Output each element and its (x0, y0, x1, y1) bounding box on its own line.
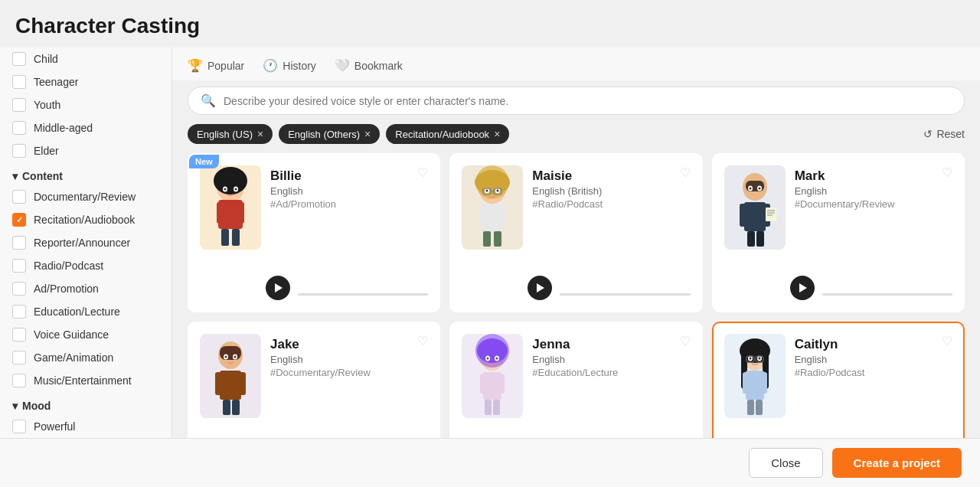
checkbox-voice-guidance[interactable] (12, 328, 26, 342)
search-input[interactable] (224, 95, 952, 107)
checkbox-reporter[interactable] (12, 236, 26, 250)
nav-bookmark[interactable]: 🤍 Bookmark (335, 58, 403, 73)
avatar-mark (724, 165, 786, 250)
progress-billie (298, 293, 428, 296)
char-lang-billie: English (270, 185, 428, 197)
char-tag-billie: #Ad/Promotion (270, 198, 428, 210)
content-section-header[interactable]: ▾ Content (12, 162, 159, 185)
play-maisie[interactable] (528, 276, 552, 300)
search-bar: 🔍 (188, 87, 965, 115)
filter-tag-recitation-remove[interactable]: × (494, 128, 500, 140)
checkbox-youth[interactable] (12, 98, 26, 112)
svg-rect-46 (223, 400, 230, 415)
svg-rect-56 (480, 374, 486, 394)
heart-caitlyn[interactable]: ♡ (942, 334, 952, 348)
heart-jake[interactable]: ♡ (417, 334, 428, 348)
checkbox-teenager[interactable] (12, 75, 26, 89)
sidebar-item-reporter[interactable]: Reporter/Announcer (12, 231, 159, 254)
sidebar-item-powerful[interactable]: Powerful (12, 415, 159, 438)
close-button[interactable]: Close (749, 448, 822, 478)
checkbox-music[interactable] (12, 374, 26, 387)
sidebar-label-music: Music/Entertainment (34, 374, 132, 387)
sidebar-item-education[interactable]: Education/Lecture (12, 300, 159, 323)
checkbox-radio[interactable] (12, 259, 26, 273)
sidebar-item-documentary[interactable]: Documentary/Review (12, 185, 159, 208)
svg-rect-32 (756, 231, 764, 247)
main-content: 🏆 Popular 🕐 History 🤍 Bookmark 🔍 English… (172, 47, 980, 481)
svg-point-1 (214, 167, 247, 194)
mood-section-arrow: ▾ (12, 400, 18, 412)
play-billie[interactable] (266, 276, 290, 300)
filter-tag-recitation-label: Recitation/Audiobook (395, 129, 489, 140)
svg-point-21 (486, 190, 488, 192)
heart-mark[interactable]: ♡ (942, 165, 952, 180)
avatar-caitlyn (724, 334, 786, 418)
checkbox-documentary[interactable] (12, 190, 26, 204)
sidebar-item-middle-aged[interactable]: Middle-aged (12, 116, 159, 139)
filter-tag-en-others-remove[interactable]: × (364, 128, 371, 140)
sidebar-item-game[interactable]: Game/Animation (12, 346, 159, 369)
sidebar-item-music[interactable]: Music/Entertainment (12, 369, 159, 392)
filter-tag-recitation[interactable]: Recitation/Audiobook × (386, 124, 509, 144)
nav-history[interactable]: 🕐 History (263, 58, 316, 73)
sidebar-label-elder: Elder (34, 145, 59, 157)
nav-popular[interactable]: 🏆 Popular (188, 58, 244, 73)
bookmark-label: Bookmark (354, 60, 403, 72)
heart-billie[interactable]: ♡ (417, 165, 428, 180)
sidebar-item-elder[interactable]: Elder (12, 139, 159, 162)
sidebar-item-radio[interactable]: Radio/Podcast (12, 254, 159, 277)
filter-tag-en-others[interactable]: English (Others) × (279, 124, 380, 144)
sidebar-label-reporter: Reporter/Announcer (34, 237, 130, 249)
sidebar-item-child[interactable]: Child (12, 47, 159, 70)
sidebar: Child Teenager Youth Middle-aged Elder ▾… (0, 47, 172, 481)
heart-maisie[interactable]: ♡ (680, 165, 691, 180)
char-info-maisie: Maisie English (British) #Radio/Podcast (532, 165, 690, 210)
sidebar-label-ad: Ad/Promotion (34, 283, 99, 295)
filter-tag-en-us-remove[interactable]: × (257, 128, 263, 140)
page-title: Character Casting (0, 0, 980, 47)
mood-section-label: Mood (22, 400, 51, 412)
checkbox-middle-aged[interactable] (12, 121, 26, 135)
bookmark-icon: 🤍 (335, 58, 350, 73)
top-nav: 🏆 Popular 🕐 History 🤍 Bookmark (172, 47, 980, 80)
svg-rect-29 (740, 204, 747, 227)
char-lang-jenna: English (532, 354, 690, 365)
filter-tag-en-us[interactable]: English (US) × (188, 124, 273, 144)
checkbox-powerful[interactable] (12, 420, 26, 433)
char-card-mark[interactable]: Mark English #Documentary/Review ♡ (712, 153, 965, 312)
svg-rect-15 (480, 205, 487, 225)
checkbox-game[interactable] (12, 351, 26, 364)
char-tag-caitlyn: #Radio/Podcast (795, 367, 952, 378)
checkbox-education[interactable] (12, 305, 26, 319)
sidebar-item-youth[interactable]: Youth (12, 93, 159, 116)
checkbox-child[interactable] (12, 52, 26, 66)
checkbox-recitation[interactable] (12, 213, 26, 227)
char-card-maisie[interactable]: Maisie English (British) #Radio/Podcast … (449, 153, 702, 312)
reset-button[interactable]: ↺ Reset (923, 128, 965, 140)
create-project-button[interactable]: Create a project (832, 448, 962, 478)
sidebar-item-ad[interactable]: Ad/Promotion (12, 277, 159, 300)
sidebar-item-teenager[interactable]: Teenager (12, 70, 159, 93)
filter-tag-en-others-label: English (Others) (288, 129, 360, 140)
sidebar-label-documentary: Documentary/Review (34, 191, 136, 203)
char-tag-mark: #Documentary/Review (795, 198, 952, 210)
char-card-billie[interactable]: New (188, 153, 440, 312)
svg-rect-6 (232, 229, 240, 246)
svg-point-9 (224, 188, 227, 191)
checkbox-ad[interactable] (12, 282, 26, 296)
svg-point-10 (235, 188, 237, 191)
char-info-jake: Jake English #Documentary/Review (270, 334, 428, 378)
mood-section-header[interactable]: ▾ Mood (12, 392, 159, 415)
char-tag-maisie: #Radio/Podcast (532, 198, 690, 210)
sidebar-label-teenager: Teenager (34, 76, 78, 88)
avatar-billie (200, 165, 261, 250)
sidebar-item-recitation[interactable]: Recitation/Audiobook (12, 208, 159, 231)
play-mark[interactable] (790, 276, 815, 300)
sidebar-item-voice-guidance[interactable]: Voice Guidance (12, 323, 159, 346)
heart-jenna[interactable]: ♡ (680, 334, 691, 348)
svg-point-76 (758, 358, 760, 360)
svg-rect-17 (483, 231, 491, 247)
progress-maisie (560, 293, 690, 296)
checkbox-elder[interactable] (12, 144, 26, 158)
reset-label: Reset (936, 128, 965, 140)
